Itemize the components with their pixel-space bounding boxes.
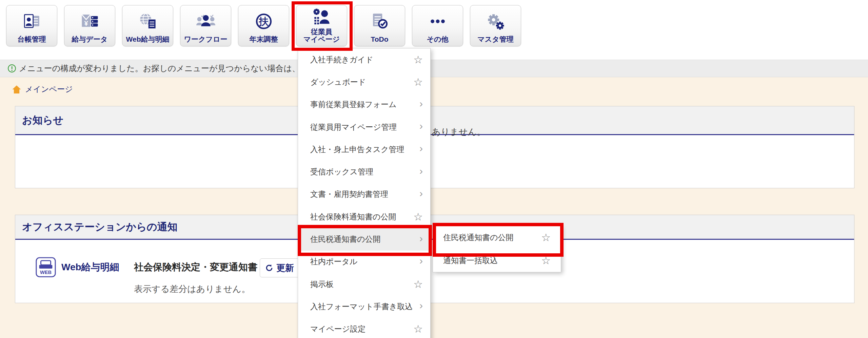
menu-item-inbox-admin[interactable]: 受信ボックス管理› bbox=[298, 161, 430, 183]
menu-item-label: 従業員用マイページ管理 bbox=[310, 122, 397, 132]
menu-item-social-insurance-notice[interactable]: 社会保険料通知書の公開☆ bbox=[298, 206, 430, 228]
chevron-right-icon[interactable]: › bbox=[419, 166, 423, 176]
menu-item-label: 通知書一括取込 bbox=[443, 255, 498, 266]
menu-item-label: 社内ポータル bbox=[310, 256, 358, 267]
star-icon[interactable]: ☆ bbox=[541, 255, 551, 266]
toolbar-button-workflow[interactable]: ワークフロー bbox=[180, 5, 231, 46]
refresh-button-label: 更新 bbox=[276, 262, 294, 274]
menu-item-label: 文書・雇用契約書管理 bbox=[310, 189, 388, 199]
svg-text:WEB: WEB bbox=[40, 270, 52, 275]
notice-bar: メニューの構成が変わりました。お探しのメニューが見つからない場合は、 こ bbox=[0, 60, 868, 77]
menu-item-label: 掲示板 bbox=[310, 279, 334, 290]
toolbar: 台帳管理¥給与データWeb給与明細ワークフロー扶年末調整従業員 マイページToD… bbox=[6, 5, 521, 46]
toolbar-button-employee-mypage[interactable]: 従業員 マイページ bbox=[296, 5, 347, 46]
menu-item-document-contract-admin[interactable]: 文書・雇用契約書管理› bbox=[298, 183, 430, 206]
breadcrumb[interactable]: メインページ bbox=[12, 84, 73, 94]
news-empty-text: ありません。 bbox=[432, 126, 486, 138]
menu-item-pre-employee-form[interactable]: 事前従業員登録フォーム› bbox=[298, 93, 430, 116]
ledger-icon bbox=[22, 5, 42, 36]
star-icon[interactable]: ☆ bbox=[413, 77, 423, 87]
svg-text:扶: 扶 bbox=[258, 16, 269, 27]
notification-status: 表示する差分はありません。 bbox=[134, 283, 250, 295]
menu-item-resident-tax-notice[interactable]: 住民税通知書の公開› bbox=[298, 228, 430, 250]
menu-item-label: 入社・身上申告タスク管理 bbox=[310, 144, 405, 155]
chevron-right-icon[interactable]: › bbox=[419, 188, 423, 198]
star-icon[interactable]: ☆ bbox=[413, 279, 423, 290]
menu-item-onboarding-guide[interactable]: 入社手続きガイド☆ bbox=[298, 48, 430, 71]
menu-item-mypage-settings[interactable]: マイページ設定☆ bbox=[298, 318, 430, 338]
notifications-section-title: オフィスステーションからの通知 bbox=[22, 220, 177, 234]
toolbar-button-more[interactable]: その他 bbox=[412, 5, 463, 46]
menu-item-label: 社会保険料通知書の公開 bbox=[310, 212, 396, 222]
menu-item-dashboard[interactable]: ダッシュボード☆ bbox=[298, 71, 430, 93]
toolbar-button-ledger[interactable]: 台帳管理 bbox=[6, 5, 57, 46]
menu-item-company-portal[interactable]: 社内ポータル› bbox=[298, 251, 430, 273]
toolbar-button-nencho[interactable]: 扶年末調整 bbox=[238, 5, 289, 46]
chevron-right-icon[interactable]: › bbox=[419, 256, 423, 266]
menu-item-bulletin-board[interactable]: 掲示板☆ bbox=[298, 273, 430, 295]
star-icon[interactable]: ☆ bbox=[413, 324, 423, 334]
menu-item-employee-mypage-admin[interactable]: 従業員用マイページ管理› bbox=[298, 116, 430, 138]
menu-item-label: 受信ボックス管理 bbox=[310, 167, 373, 177]
star-icon[interactable]: ☆ bbox=[413, 55, 423, 65]
star-icon[interactable]: ☆ bbox=[541, 232, 551, 243]
menu-item-label: 入社フォーマット手書き取込 bbox=[310, 301, 413, 312]
chevron-right-icon[interactable]: › bbox=[419, 99, 423, 109]
notice-message: メニューの構成が変わりました。お探しのメニューが見つからない場合は、 bbox=[19, 63, 300, 74]
nencho-icon: 扶 bbox=[254, 5, 274, 36]
payroll-data-icon: ¥ bbox=[80, 5, 100, 36]
menu-item-onboarding-task-admin[interactable]: 入社・身上申告タスク管理› bbox=[298, 138, 430, 161]
toolbar-button-master[interactable]: マスタ管理 bbox=[470, 5, 521, 46]
web-payslip-badge-icon: WEB bbox=[35, 257, 56, 278]
todo-icon bbox=[370, 5, 390, 36]
notification-app-name: Web給与明細 bbox=[61, 257, 119, 278]
svg-text:¥: ¥ bbox=[84, 20, 88, 27]
chevron-right-icon[interactable]: › bbox=[419, 121, 423, 131]
submenu-item-resident-tax-notice-publish[interactable]: 住民税通知書の公開☆ bbox=[433, 226, 561, 249]
resident-tax-submenu: 住民税通知書の公開☆通知書一括取込☆ bbox=[433, 226, 561, 272]
chevron-right-icon[interactable]: › bbox=[419, 300, 423, 311]
news-section-title: お知らせ bbox=[22, 113, 63, 127]
employee-mypage-icon bbox=[312, 5, 332, 28]
chevron-right-icon[interactable]: › bbox=[419, 143, 423, 153]
submenu-item-notice-bulk-import[interactable]: 通知書一括取込☆ bbox=[433, 249, 561, 272]
news-section: お知らせ ありません。 bbox=[15, 106, 854, 188]
toolbar-button-todo[interactable]: ToDo bbox=[354, 5, 405, 46]
menu-item-onboarding-handwriting[interactable]: 入社フォーマット手書き取込› bbox=[298, 295, 430, 318]
notification-doc-title: 社会保険料決定・変更通知書 bbox=[134, 257, 257, 278]
employee-mypage-menu: 入社手続きガイド☆ダッシュボード☆事前従業員登録フォーム›従業員用マイページ管理… bbox=[298, 48, 431, 338]
breadcrumb-label: メインページ bbox=[25, 84, 73, 94]
page: 台帳管理¥給与データWeb給与明細ワークフロー扶年末調整従業員 マイページToD… bbox=[0, 0, 868, 338]
star-icon[interactable]: ☆ bbox=[413, 212, 423, 222]
web-payslip-icon bbox=[138, 5, 158, 36]
menu-item-label: マイページ設定 bbox=[310, 324, 366, 334]
menu-item-label: 住民税通知書の公開 bbox=[310, 234, 381, 245]
menu-item-label: 住民税通知書の公開 bbox=[443, 232, 514, 243]
menu-item-label: 入社手続きガイド bbox=[310, 55, 373, 65]
home-icon bbox=[12, 84, 22, 94]
chevron-right-icon[interactable]: › bbox=[419, 233, 423, 244]
alert-icon bbox=[7, 64, 16, 73]
menu-item-label: 事前従業員登録フォーム bbox=[310, 99, 397, 110]
toolbar-button-web-payslip[interactable]: Web給与明細 bbox=[122, 5, 173, 46]
more-icon bbox=[428, 5, 448, 36]
master-icon bbox=[486, 5, 506, 36]
menu-item-label: ダッシュボード bbox=[310, 77, 366, 87]
workflow-icon bbox=[196, 5, 216, 36]
refresh-button[interactable]: 更新 bbox=[260, 258, 304, 277]
toolbar-button-payroll-data[interactable]: ¥給与データ bbox=[64, 5, 115, 46]
refresh-icon bbox=[265, 263, 274, 272]
